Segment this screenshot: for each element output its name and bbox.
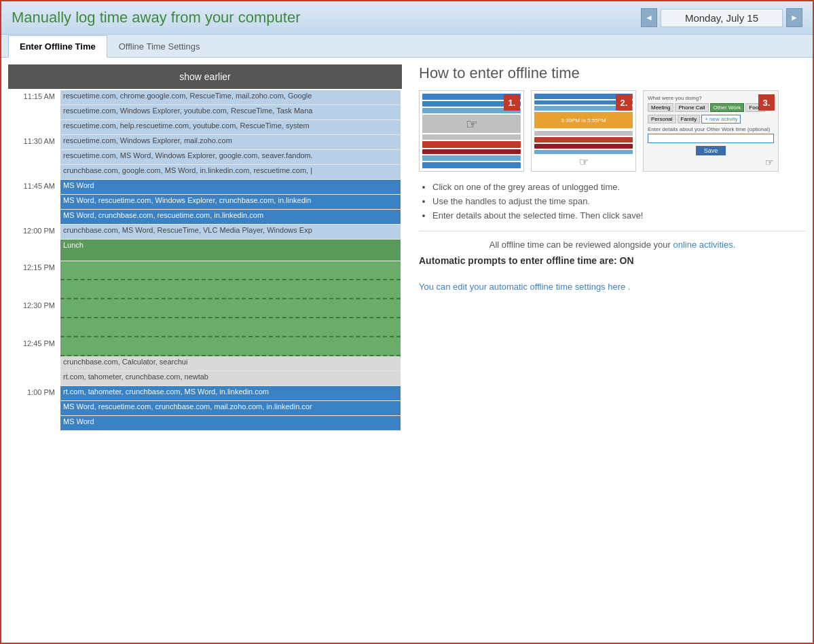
new-activity-btn[interactable]: + new activity [701, 115, 741, 124]
activity-cell[interactable]: crunchbase.com, Calculator, searchui [60, 356, 401, 371]
table-row: 12:15 PM [10, 261, 401, 280]
step-badge-1: 1. [504, 94, 520, 111]
activity-cell[interactable]: rt.com, tahometer, crunchbase.com, MS Wo… [60, 386, 401, 401]
activity-cell[interactable]: rescuetime.com, Windows Explorer, mail.z… [60, 135, 401, 150]
prev-date-button[interactable]: ◄ [641, 8, 657, 27]
activity-cell[interactable]: Lunch [60, 240, 401, 261]
meeting-btn[interactable]: Meeting [648, 103, 673, 112]
timeline-table: 11:15 AM rescuetime.com, chrome.google.c… [8, 89, 402, 432]
activity-cell[interactable] [60, 337, 401, 356]
table-row: rt.com, tahometer, crunchbase.com, newta… [10, 371, 401, 386]
tutorial-step-1: 1. ☞ [419, 90, 524, 172]
table-row: MS Word, crunchbase.com, rescuetime.com,… [10, 210, 401, 225]
time-label: 11:15 AM [10, 90, 60, 105]
table-row [10, 318, 401, 337]
next-date-button[interactable]: ► [786, 8, 802, 27]
online-activities-link[interactable]: online activities. [673, 240, 735, 250]
time-label: 11:45 AM [10, 180, 60, 195]
time-label: 12:00 PM [10, 225, 60, 240]
tab-bar: Enter Offline Time Offline Time Settings [1, 35, 813, 58]
table-row: rescuetime.com, help.rescuetime.com, you… [10, 120, 401, 135]
activity-cell[interactable]: rescuetime.com, Windows Explorer, youtub… [60, 105, 401, 120]
tutorial-step-3: 3. What were you doing? cancel Meeting P… [643, 90, 779, 172]
table-row: MS Word, rescuetime.com, crunchbase.com,… [10, 401, 401, 416]
details-input[interactable] [648, 134, 774, 143]
activity-cell[interactable] [60, 318, 401, 337]
activity-cell[interactable] [60, 261, 401, 280]
show-earlier-button[interactable]: show earlier [8, 64, 402, 89]
table-row: crunchbase.com, Calculator, searchui [10, 356, 401, 371]
time-label [10, 165, 60, 180]
table-row: 1:00 PM rt.com, tahometer, crunchbase.co… [10, 386, 401, 401]
time-label [10, 401, 60, 416]
tutorial-step-2: 2. 3:30PM to 5:55PM ☞ [531, 90, 636, 172]
how-to-title: How to enter offline time [419, 64, 806, 82]
activity-cell[interactable]: MS Word [60, 416, 401, 431]
activity-cell[interactable]: MS Word, rescuetime.com, Windows Explore… [60, 195, 401, 210]
step-badge-3: 3. [758, 94, 775, 111]
table-row: MS Word, rescuetime.com, Windows Explore… [10, 195, 401, 210]
table-row: Lunch [10, 240, 401, 261]
activity-cell[interactable]: MS Word, crunchbase.com, rescuetime.com,… [60, 210, 401, 225]
time-label [10, 416, 60, 431]
activity-cell[interactable]: rescuetime.com, MS Word, Windows Explore… [60, 150, 401, 165]
family-btn[interactable]: Family [678, 115, 701, 124]
table-row: 11:45 AM MS Word [10, 180, 401, 195]
activity-cell[interactable]: MS Word, rescuetime.com, crunchbase.com,… [60, 401, 401, 416]
table-row [10, 280, 401, 299]
instruction-item: Use the handles to adjust the time span. [432, 196, 806, 206]
other-work-btn[interactable]: Other Work [710, 103, 745, 112]
table-row: 11:30 AM rescuetime.com, Windows Explore… [10, 135, 401, 150]
divider [419, 231, 806, 231]
settings-link[interactable]: You can edit your automatic offline time… [419, 282, 630, 292]
review-text: All offline time can be reviewed alongsi… [419, 240, 806, 250]
table-row: 12:30 PM [10, 299, 401, 318]
table-row: MS Word [10, 416, 401, 431]
activity-cell[interactable]: rescuetime.com, help.rescuetime.com, you… [60, 120, 401, 135]
activity-cell[interactable]: rescuetime.com, chrome.google.com, Rescu… [60, 90, 401, 105]
time-label: 12:15 PM [10, 261, 60, 280]
time-label [10, 120, 60, 135]
page-title: Manually log time away from your compute… [12, 9, 301, 26]
date-display: Monday, July 15 [661, 9, 783, 27]
time-label [10, 280, 60, 299]
time-label [10, 318, 60, 337]
table-row: rescuetime.com, Windows Explorer, youtub… [10, 105, 401, 120]
date-navigation: ◄ Monday, July 15 ► [641, 8, 802, 27]
time-label [10, 150, 60, 165]
instructions-panel: How to enter offline time 1. ☞ [412, 64, 806, 432]
time-label: 12:45 PM [10, 337, 60, 356]
time-label [10, 356, 60, 371]
personal-btn[interactable]: Personal [648, 115, 676, 124]
tab-enter-offline-time[interactable]: Enter Offline Time [8, 35, 107, 58]
activity-cell[interactable]: crunchbase.com, google.com, MS Word, in.… [60, 165, 401, 180]
time-label [10, 195, 60, 210]
table-row: 11:15 AM rescuetime.com, chrome.google.c… [10, 90, 401, 105]
instruction-item: Enter details about the selected time. T… [432, 210, 806, 221]
activity-cell[interactable]: MS Word [60, 180, 401, 195]
save-button[interactable]: Save [696, 146, 726, 155]
instruction-item: Click on one of the grey areas of unlogg… [432, 182, 806, 192]
time-label: 11:30 AM [10, 135, 60, 150]
header: Manually log time away from your compute… [1, 1, 813, 35]
time-label [10, 105, 60, 120]
main-content: show earlier 11:15 AM rescuetime.com, ch… [1, 58, 813, 439]
tutorial-images: 1. ☞ [419, 90, 806, 172]
activity-cell[interactable] [60, 299, 401, 318]
timeline-panel: show earlier 11:15 AM rescuetime.com, ch… [8, 64, 402, 432]
time-label [10, 240, 60, 261]
table-row: crunchbase.com, google.com, MS Word, in.… [10, 165, 401, 180]
tab-offline-time-settings[interactable]: Offline Time Settings [107, 35, 212, 58]
table-row: 12:00 PM crunchbase.com, MS Word, Rescue… [10, 225, 401, 240]
time-label [10, 371, 60, 386]
phone-call-btn[interactable]: Phone Call [675, 103, 708, 112]
activity-cell[interactable] [60, 280, 401, 299]
activity-cell[interactable]: rt.com, tahometer, crunchbase.com, newta… [60, 371, 401, 386]
step-badge-2: 2. [616, 94, 632, 111]
time-label: 12:30 PM [10, 299, 60, 318]
time-label: 1:00 PM [10, 386, 60, 401]
instructions-list: Click on one of the grey areas of unlogg… [419, 182, 806, 221]
activity-cell[interactable]: crunchbase.com, MS Word, RescueTime, VLC… [60, 225, 401, 240]
table-row: 12:45 PM [10, 337, 401, 356]
time-label [10, 210, 60, 225]
